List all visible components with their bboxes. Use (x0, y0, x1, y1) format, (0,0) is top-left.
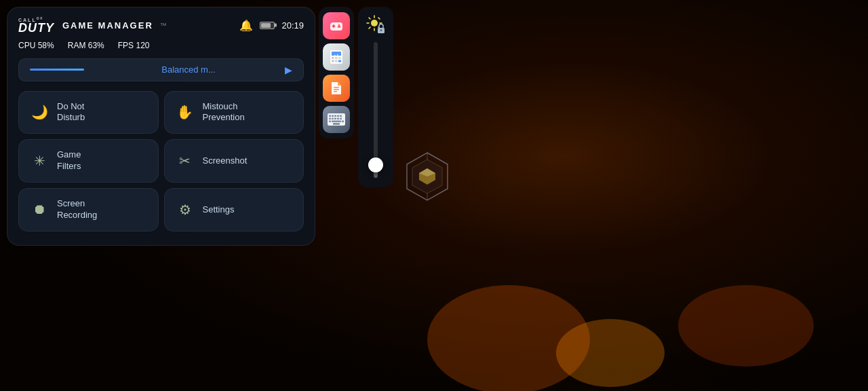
svg-rect-41 (333, 124, 340, 125)
svg-rect-24 (334, 87, 339, 88)
screen-recording-button[interactable]: ⏺ ScreenRecording (18, 188, 159, 231)
cpu-stat: CPU 58% (18, 41, 54, 50)
svg-point-42 (371, 20, 378, 26)
fps-stat: FPS 120 (118, 41, 150, 50)
right-sidebar: ÷ × + - × ÷ (319, 7, 354, 138)
svg-rect-16 (338, 57, 341, 59)
svg-rect-40 (342, 121, 344, 123)
game-filters-label: GameFilters (57, 149, 81, 172)
game-manager-title: GAME MANAGER (62, 20, 153, 31)
svg-rect-39 (329, 121, 331, 123)
svg-line-50 (378, 18, 380, 19)
svg-rect-29 (332, 115, 334, 117)
brightness-icon-container (365, 14, 387, 35)
svg-rect-25 (334, 89, 339, 90)
ram-stat: RAM 63% (68, 41, 104, 50)
svg-text:÷: ÷ (336, 60, 337, 62)
header-left: CALLOF DUTY GAME MANAGER ™ (18, 17, 167, 34)
screenshot-label: Screenshot (203, 155, 248, 167)
do-not-disturb-label: Do NotDisturb (57, 101, 85, 124)
docs-app-icon[interactable] (323, 75, 350, 102)
svg-rect-19 (338, 60, 341, 62)
stats-bar: CPU 58% RAM 63% FPS 120 (18, 41, 304, 50)
gear-icon: ⚙ (176, 202, 195, 218)
bell-icon[interactable]: 🔔 (239, 19, 253, 32)
svg-point-8 (338, 24, 340, 26)
do-not-disturb-button[interactable]: 🌙 Do NotDisturb (18, 91, 159, 134)
ram-label: RAM (68, 41, 86, 50)
scissors-icon: ✂ (176, 153, 195, 169)
button-grid: 🌙 Do NotDisturb ✋ MistouchPrevention ✳ G… (18, 91, 304, 231)
svg-rect-35 (334, 118, 336, 120)
settings-button[interactable]: ⚙ Settings (164, 188, 304, 231)
record-icon: ⏺ (30, 202, 49, 217)
screen-recording-label: ScreenRecording (57, 198, 97, 221)
mistouch-prevention-label: MistouchPrevention (203, 101, 245, 124)
svg-rect-34 (332, 118, 334, 120)
battery-area (260, 22, 275, 29)
svg-rect-7 (332, 26, 336, 27)
fps-label: FPS (118, 41, 134, 50)
svg-rect-38 (332, 121, 341, 123)
mode-bar-indicator (30, 69, 84, 71)
mode-text: Balanced m... (92, 64, 285, 75)
game-filters-button[interactable]: ✳ GameFilters (18, 139, 159, 183)
fps-value: 120 (136, 41, 149, 50)
svg-text:+: + (332, 56, 333, 59)
ram-value: 63% (88, 41, 104, 50)
svg-rect-32 (340, 115, 342, 117)
svg-point-52 (380, 29, 382, 31)
settings-label: Settings (203, 204, 235, 216)
svg-rect-36 (337, 118, 339, 120)
mode-selector[interactable]: Balanced m... ▶ (18, 58, 304, 81)
svg-rect-37 (340, 118, 342, 120)
panel-header: CALLOF DUTY GAME MANAGER ™ 🔔 20:19 (18, 17, 304, 34)
svg-text:×: × (332, 60, 333, 62)
hand-icon: ✋ (176, 104, 195, 120)
brightness-slider-thumb[interactable] (368, 157, 383, 172)
clock-time: 20:19 (281, 20, 304, 31)
game-manager-trademark: ™ (160, 22, 167, 29)
svg-line-47 (369, 18, 370, 19)
cod-duty-text: DUTY (18, 22, 54, 33)
docs-icon (329, 81, 344, 96)
cod-logo: CALLOF DUTY (18, 17, 54, 34)
calculator-icon: ÷ × + - × ÷ (328, 48, 345, 66)
svg-rect-33 (329, 118, 331, 120)
brightness-panel (358, 7, 393, 187)
screenshot-button[interactable]: ✂ Screenshot (164, 139, 304, 183)
moon-icon: 🌙 (30, 104, 49, 120)
mode-arrow-icon: ▶ (285, 64, 292, 75)
header-right: 🔔 20:19 (239, 19, 304, 32)
keyboard-icon (327, 113, 346, 126)
cpu-value: 58% (38, 41, 54, 50)
svg-rect-31 (337, 115, 339, 117)
brightness-lock-icon (366, 14, 386, 35)
cpu-label: CPU (18, 41, 35, 50)
svg-rect-28 (329, 115, 331, 117)
svg-point-10 (339, 26, 340, 27)
keyboard-app-icon[interactable] (323, 106, 350, 133)
brightness-slider-track[interactable] (374, 42, 378, 178)
game-manager-panel: CALLOF DUTY GAME MANAGER ™ 🔔 20:19 CPU 5… (7, 7, 315, 246)
svg-rect-26 (334, 91, 337, 92)
games-app-icon[interactable] (323, 12, 350, 39)
gamepad-icon (328, 18, 344, 34)
battery-icon (260, 22, 275, 29)
mistouch-prevention-button[interactable]: ✋ MistouchPrevention (164, 91, 304, 134)
filters-icon: ✳ (30, 153, 49, 169)
calc-app-icon[interactable]: ÷ × + - × ÷ (323, 43, 350, 71)
svg-line-49 (369, 27, 370, 29)
svg-rect-30 (334, 115, 336, 117)
